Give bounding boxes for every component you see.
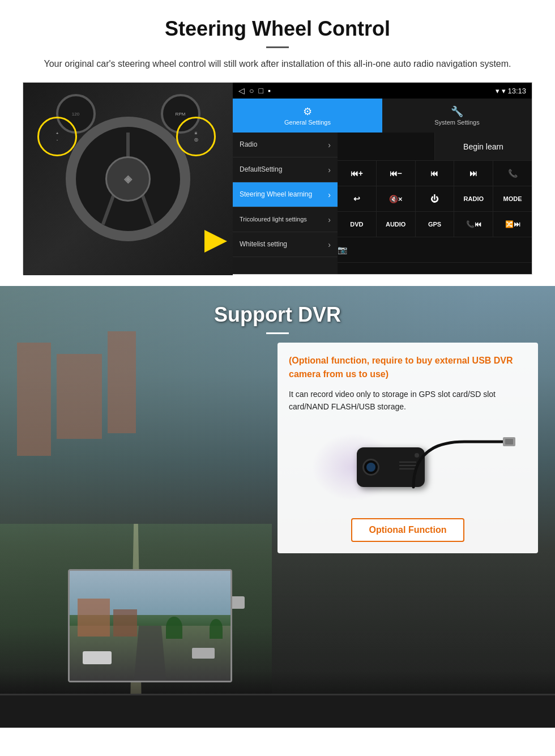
hangup-button[interactable]: ↩ xyxy=(338,186,377,211)
dvr-preview-inner xyxy=(70,571,230,681)
right-buttons-area: Begin learn ⏮+ ⏮− ⏮ ⏭ 📞 xyxy=(338,133,532,274)
begin-learn-row: Begin learn xyxy=(338,133,532,161)
btn-row-2: ↩ 🔇× ⏻ RADIO MODE xyxy=(338,186,532,212)
menu-item-tricoloured[interactable]: Tricoloured light settings › xyxy=(233,207,338,232)
dvr-content-box: (Optional function, require to buy exter… xyxy=(278,343,538,553)
begin-learn-button[interactable]: Begin learn xyxy=(435,133,532,160)
status-bar: ◁ ○ □ ▪ ▾ ▾ 13:13 xyxy=(233,83,532,99)
vol-down-button[interactable]: ⏮− xyxy=(377,161,416,186)
building-1 xyxy=(17,343,51,456)
status-time: 13:13 xyxy=(507,87,526,95)
preview-tree-1 xyxy=(166,617,182,639)
signal-icons: ▾ ▾ xyxy=(496,87,507,95)
dvr-section-title: Support DVR xyxy=(0,303,555,327)
android-ui: ◁ ○ □ ▪ ▾ ▾ 13:13 ⚙ General Settings 🔧 xyxy=(233,83,532,274)
menu-arrow-icon: › xyxy=(328,140,331,150)
home-icon[interactable]: ○ xyxy=(249,86,254,95)
preview-road xyxy=(134,626,166,681)
menu-arrow-icon-3: › xyxy=(328,190,331,199)
tab-general-settings[interactable]: ⚙ General Settings xyxy=(233,99,382,133)
prev-button[interactable]: ⏮ xyxy=(416,161,455,186)
preview-car-1 xyxy=(83,651,112,664)
dvd-button[interactable]: DVD xyxy=(338,212,377,237)
building-3 xyxy=(108,331,136,433)
power-button[interactable]: ⏻ xyxy=(416,186,455,211)
camera-lens-inner xyxy=(366,463,375,472)
menu-whitelist-label: Whitelist setting xyxy=(240,240,287,248)
page-title: Steering Wheel Control xyxy=(23,17,532,41)
btn-row-3: DVD AUDIO GPS 📞⏮ 🔀⏭ xyxy=(338,212,532,237)
camera-assembly xyxy=(357,447,425,487)
dvr-section-header: Support DVR xyxy=(0,286,555,343)
highlight-circle-left: + - xyxy=(37,117,77,156)
tab-bar: ⚙ General Settings 🔧 System Settings xyxy=(233,99,532,133)
dvr-camera-illustration xyxy=(289,422,527,512)
title-divider xyxy=(266,46,289,48)
tab-system-label: System Settings xyxy=(434,119,479,126)
back-icon[interactable]: ◁ xyxy=(238,86,245,95)
steering-wheel-outer: ◈ xyxy=(66,117,190,241)
menu-item-steering-wheel[interactable]: Steering Wheel learning › xyxy=(233,182,338,207)
optional-function-container: Optional Function xyxy=(289,512,527,542)
menu-radio-label: Radio xyxy=(240,140,257,148)
menu-item-whitelist[interactable]: Whitelist setting › xyxy=(233,232,338,257)
tab-system-settings[interactable]: 🔧 System Settings xyxy=(382,99,532,133)
preview-car-2 xyxy=(192,648,215,659)
dvr-divider xyxy=(266,332,289,334)
settings-gear-icon: ⚙ xyxy=(303,105,312,118)
audio-button[interactable]: AUDIO xyxy=(377,212,416,237)
dashboard-bar xyxy=(0,694,555,728)
system-settings-icon: 🔧 xyxy=(451,105,463,118)
preview-building-1 xyxy=(78,599,110,637)
vol-up-button[interactable]: ⏮+ xyxy=(338,161,377,186)
steering-wheel-visual: 120 RPM ◈ xyxy=(23,83,233,275)
status-right: ▾ ▾ 13:13 xyxy=(496,87,526,95)
call-button[interactable]: 📞 xyxy=(493,161,532,186)
building-2 xyxy=(57,354,102,439)
left-menu: Radio › DefaultSetting › Steering Wheel … xyxy=(233,133,338,274)
camera-button[interactable]: 📷 xyxy=(338,237,347,262)
optional-function-button[interactable]: Optional Function xyxy=(351,518,465,542)
status-left-icons: ◁ ○ □ ▪ xyxy=(238,86,271,95)
tab-general-label: General Settings xyxy=(284,119,331,126)
mode-button[interactable]: MODE xyxy=(493,186,532,211)
preview-building-2 xyxy=(113,609,138,637)
shuffle-next-button[interactable]: 🔀⏭ xyxy=(493,212,532,237)
dvr-screen-preview xyxy=(68,569,232,682)
yellow-arrow xyxy=(204,230,227,253)
steering-wheel-section: Steering Wheel Control Your original car… xyxy=(0,0,555,286)
preview-tree-2 xyxy=(210,619,223,639)
menu-item-radio[interactable]: Radio › xyxy=(233,133,338,157)
steering-content-area: 120 RPM ◈ xyxy=(23,82,532,275)
spoke-br xyxy=(140,192,155,225)
steering-wheel-image: 120 RPM ◈ xyxy=(23,83,233,275)
menu-default-label: DefaultSetting xyxy=(240,165,282,173)
brand-logo: ◈ xyxy=(124,173,132,185)
menu-panel: Radio › DefaultSetting › Steering Wheel … xyxy=(233,133,532,274)
empty-area xyxy=(338,133,435,160)
camera-lens xyxy=(362,459,379,476)
call-prev-button[interactable]: 📞⏮ xyxy=(454,212,493,237)
radio-button[interactable]: RADIO xyxy=(454,186,493,211)
menu-item-default-setting[interactable]: DefaultSetting › xyxy=(233,157,338,182)
mute-button[interactable]: 🔇× xyxy=(377,186,416,211)
menu-tricoloured-label: Tricoloured light settings xyxy=(240,216,307,223)
control-button-grid: ⏮+ ⏮− ⏮ ⏭ 📞 ↩ 🔇× ⏻ RADIO MODE xyxy=(338,161,532,263)
menu-steering-label: Steering Wheel learning xyxy=(240,190,312,198)
dvr-optional-text: (Optional function, require to buy exter… xyxy=(289,354,527,381)
menu-arrow-icon-5: › xyxy=(328,240,331,249)
highlight-circle-right: ≡ ◎ xyxy=(176,117,216,156)
dvr-description: It can record video only to storage in G… xyxy=(289,388,527,413)
svg-rect-1 xyxy=(505,439,513,445)
btn-row-1: ⏮+ ⏮− ⏮ ⏭ 📞 xyxy=(338,161,532,186)
menu-arrow-icon-2: › xyxy=(328,165,331,174)
menu-icon[interactable]: ▪ xyxy=(268,86,271,95)
section1-description: Your original car's steering wheel contr… xyxy=(37,57,518,71)
gps-button[interactable]: GPS xyxy=(416,212,455,237)
square-icon[interactable]: □ xyxy=(258,86,263,95)
dvr-cable-svg xyxy=(408,430,521,504)
btn-row-4: 📷 xyxy=(338,237,532,263)
dvr-section: Support DVR (Optional function, require … xyxy=(0,286,555,728)
next-button[interactable]: ⏭ xyxy=(454,161,493,186)
menu-arrow-icon-4: › xyxy=(328,215,331,224)
